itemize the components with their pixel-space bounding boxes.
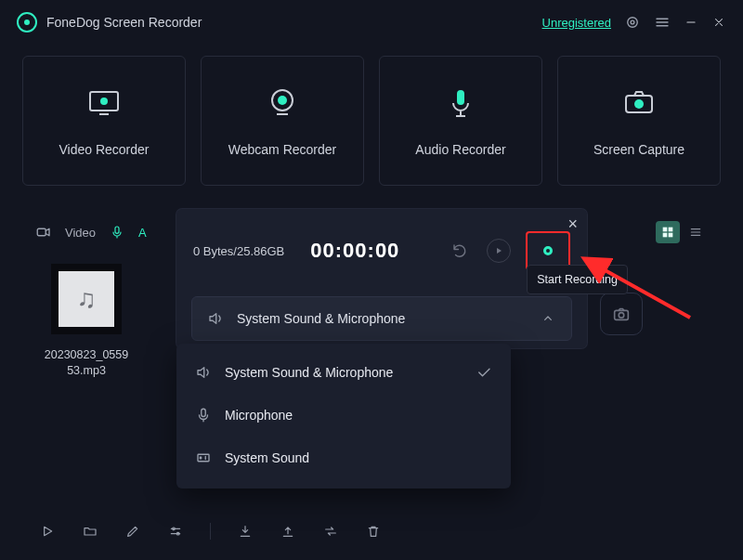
svg-rect-9	[37, 228, 46, 236]
share-icon[interactable]	[280, 523, 296, 540]
svg-point-0	[628, 18, 638, 28]
view-grid-button[interactable]	[656, 221, 680, 243]
svg-rect-19	[202, 409, 206, 416]
webcam-icon	[264, 85, 301, 122]
mode-label: Screen Capture	[593, 142, 684, 157]
audio-source-select[interactable]: System Sound & Microphone	[191, 296, 572, 341]
audio-source-selected: System Sound & Microphone	[237, 311, 527, 326]
sliders-icon[interactable]	[167, 523, 184, 540]
svg-point-18	[619, 313, 624, 319]
trash-icon[interactable]	[365, 523, 382, 540]
speaker-icon	[195, 364, 212, 381]
mode-label: Video Recorder	[59, 142, 149, 157]
recording-panel: × 0 Bytes/25.86GB 00:00:00 System Sound …	[176, 209, 587, 348]
app-title: FoneDog Screen Recorder	[46, 15, 202, 30]
svg-rect-10	[115, 227, 119, 233]
camera-toggle-button[interactable]	[600, 293, 643, 335]
svg-rect-11	[663, 228, 668, 232]
menu-hamburger-icon[interactable]	[654, 14, 671, 31]
view-list-button[interactable]	[684, 221, 708, 243]
mode-label: Webcam Recorder	[228, 142, 336, 157]
play-icon[interactable]	[39, 523, 56, 540]
svg-point-5	[278, 96, 287, 105]
app-logo-icon	[17, 12, 37, 33]
dropdown-option-label: Microphone	[225, 408, 492, 423]
camera-icon	[620, 85, 658, 122]
mode-webcam-recorder[interactable]: Webcam Recorder	[201, 56, 364, 186]
video-camera-icon	[35, 224, 52, 241]
dropdown-option[interactable]: Microphone	[182, 394, 505, 436]
music-note-icon: ♫	[77, 281, 97, 317]
check-icon	[476, 364, 492, 381]
convert-icon[interactable]	[322, 523, 339, 540]
svg-rect-20	[198, 454, 209, 462]
tab-video[interactable]: Video	[65, 226, 96, 240]
speaker-icon	[207, 310, 224, 327]
chevron-up-icon	[540, 310, 556, 327]
svg-rect-14	[669, 233, 673, 238]
dropdown-option-label: System Sound	[225, 450, 492, 465]
start-recording-tooltip: Start Recording	[527, 265, 628, 294]
close-button[interactable]	[711, 15, 726, 30]
download-icon[interactable]	[237, 523, 254, 540]
record-dot-icon	[543, 246, 553, 255]
mode-screen-capture[interactable]: Screen Capture	[557, 56, 721, 186]
edit-pencil-icon[interactable]	[124, 523, 141, 540]
folder-icon[interactable]	[82, 523, 98, 540]
close-icon[interactable]: ×	[567, 215, 578, 234]
minimize-button[interactable]	[684, 15, 698, 30]
recording-timer: 00:00:00	[310, 239, 399, 263]
svg-point-3	[100, 98, 108, 105]
play-preview-icon[interactable]	[487, 239, 511, 263]
svg-rect-12	[669, 228, 673, 232]
dropdown-option[interactable]: System Sound	[182, 436, 505, 479]
tab-audio[interactable]: A	[138, 226, 147, 240]
mode-row: Video Recorder Webcam Recorder Audio Rec…	[0, 45, 743, 186]
file-name: 53.mp3	[35, 363, 137, 379]
dropdown-option-label: System Sound & Microphone	[225, 365, 463, 380]
audio-mic-icon	[109, 224, 125, 241]
storage-text: 0 Bytes/25.86GB	[193, 244, 284, 258]
dropdown-option[interactable]: System Sound & Microphone	[182, 351, 505, 394]
monitor-icon	[85, 85, 123, 122]
svg-point-1	[631, 20, 634, 24]
svg-point-8	[634, 99, 644, 109]
settings-gear-icon[interactable]	[624, 14, 641, 31]
file-thumbnail: ♫	[51, 264, 122, 334]
titlebar: FoneDog Screen Recorder Unregistered	[0, 0, 743, 45]
sound-card-icon	[195, 449, 212, 466]
audio-source-dropdown: System Sound & Microphone Microphone Sys…	[176, 344, 511, 488]
microphone-icon	[442, 85, 479, 122]
register-link[interactable]: Unregistered	[542, 16, 611, 30]
file-item[interactable]: ♫ 20230823_0559 53.mp3	[35, 254, 137, 379]
mode-audio-recorder[interactable]: Audio Recorder	[379, 56, 542, 186]
svg-rect-13	[663, 233, 668, 238]
file-name: 20230823_0559	[35, 347, 137, 363]
bottom-toolbar	[39, 523, 382, 540]
undo-icon[interactable]	[448, 239, 472, 263]
mode-video-recorder[interactable]: Video Recorder	[22, 56, 186, 186]
microphone-icon	[195, 407, 212, 423]
divider	[210, 523, 211, 540]
mode-label: Audio Recorder	[415, 142, 505, 157]
svg-rect-6	[457, 90, 464, 105]
